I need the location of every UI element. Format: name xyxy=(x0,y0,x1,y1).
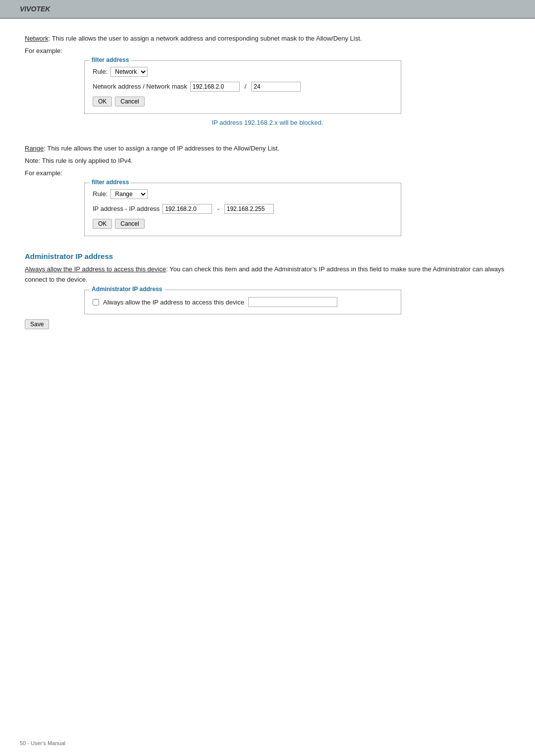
admin-description: Always allow the IP address to access th… xyxy=(25,264,510,285)
footer-text: 50 - User's Manual xyxy=(20,740,65,746)
admin-section-heading: Administrator IP address xyxy=(25,252,510,260)
range-for-example: For example: xyxy=(25,168,510,179)
network-filter-box-title: filter address xyxy=(90,56,131,63)
admin-ip-checkbox[interactable] xyxy=(93,299,99,305)
main-content: Network: This rule allows the user to as… xyxy=(0,19,535,365)
network-description: Network: This rule allows the user to as… xyxy=(25,34,510,44)
range-ip-end-input[interactable] xyxy=(224,204,274,214)
network-desc-text: : This rule allows the user to assign a … xyxy=(49,35,362,42)
range-note: Note: This rule is only applied to IPv4. xyxy=(25,156,510,166)
save-btn-row: Save xyxy=(25,319,510,329)
footer: 50 - User's Manual xyxy=(20,740,65,746)
admin-ip-input[interactable] xyxy=(248,297,337,307)
network-address-label: Network address / Network mask xyxy=(93,83,187,90)
save-button[interactable]: Save xyxy=(25,319,49,329)
admin-box-title: Administrator IP address xyxy=(90,286,164,293)
range-desc-text: : This rule allows the user to assign a … xyxy=(44,145,279,152)
network-mask-separator: / xyxy=(245,83,247,90)
admin-ip-section: Administrator IP address Always allow th… xyxy=(25,252,510,330)
brand-logo: VIVOTEK xyxy=(20,5,50,13)
range-ok-button[interactable]: OK xyxy=(93,219,112,229)
admin-ip-box: Administrator IP address Always allow th… xyxy=(84,290,401,314)
network-section: Network: This rule allows the user to as… xyxy=(25,34,510,128)
network-address-row: Network address / Network mask / xyxy=(93,82,393,92)
header: VIVOTEK xyxy=(0,0,535,19)
range-address-row: IP address - IP address - xyxy=(93,204,393,214)
network-cancel-button[interactable]: Cancel xyxy=(115,97,144,106)
admin-checkbox-label: Always allow the IP address to access th… xyxy=(103,299,244,306)
range-rule-label: Rule: xyxy=(93,190,107,198)
range-btn-row: OK Cancel xyxy=(93,219,393,229)
network-rule-label: Rule: xyxy=(93,68,107,75)
network-ok-button[interactable]: OK xyxy=(93,97,112,106)
network-term: Network xyxy=(25,35,49,42)
range-term: Range xyxy=(25,145,44,152)
network-rule-row: Rule: Network Range Single xyxy=(93,67,393,77)
range-cancel-button[interactable]: Cancel xyxy=(115,219,144,229)
range-filter-box: filter address Rule: Network Range Singl… xyxy=(84,183,401,236)
range-rule-row: Rule: Network Range Single xyxy=(93,189,393,199)
admin-term: Always allow the IP address to access th… xyxy=(25,265,166,273)
range-ip-start-input[interactable] xyxy=(162,204,212,214)
range-section: Range: This rule allows the user to assi… xyxy=(25,144,510,236)
network-rule-select[interactable]: Network Range Single xyxy=(110,67,148,77)
network-address-input[interactable] xyxy=(190,82,240,92)
range-description: Range: This rule allows the user to assi… xyxy=(25,144,510,154)
range-rule-select[interactable]: Network Range Single xyxy=(110,189,148,199)
range-filter-box-title: filter address xyxy=(90,179,131,186)
blocked-message: IP address 192.168.2.x will be blocked. xyxy=(25,118,510,128)
admin-ip-row: Always allow the IP address to access th… xyxy=(93,297,393,307)
network-mask-input[interactable] xyxy=(251,82,301,92)
range-separator: - xyxy=(217,205,219,212)
network-filter-box: filter address Rule: Network Range Singl… xyxy=(84,60,401,114)
range-ip-label: IP address - IP address xyxy=(93,205,160,212)
network-for-example: For example: xyxy=(25,46,510,56)
network-btn-row: OK Cancel xyxy=(93,97,393,106)
